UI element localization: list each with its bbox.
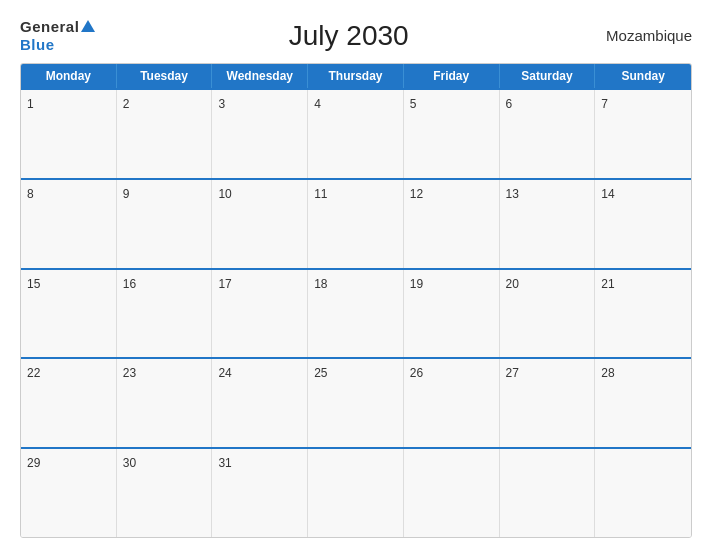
logo: General Blue (20, 18, 95, 53)
day-9: 9 (117, 180, 213, 268)
calendar-grid: Monday Tuesday Wednesday Thursday Friday… (20, 63, 692, 538)
logo-general-text: General (20, 18, 79, 35)
day-25: 25 (308, 359, 404, 447)
day-23: 23 (117, 359, 213, 447)
day-26: 26 (404, 359, 500, 447)
logo-flag-icon (81, 20, 95, 32)
week-5: 29 30 31 (21, 447, 691, 537)
week-4: 22 23 24 25 26 27 28 (21, 357, 691, 447)
header-friday: Friday (404, 64, 500, 88)
day-14: 14 (595, 180, 691, 268)
logo-line2: Blue (20, 36, 95, 54)
day-10: 10 (212, 180, 308, 268)
logo-blue-text: Blue (20, 36, 55, 53)
day-empty-4 (595, 449, 691, 537)
calendar-page: General Blue July 2030 Mozambique Monday… (0, 0, 712, 550)
day-2: 2 (117, 90, 213, 178)
day-4: 4 (308, 90, 404, 178)
day-8: 8 (21, 180, 117, 268)
day-28: 28 (595, 359, 691, 447)
header-monday: Monday (21, 64, 117, 88)
header-tuesday: Tuesday (117, 64, 213, 88)
day-21: 21 (595, 270, 691, 358)
week-1: 1 2 3 4 5 6 7 (21, 88, 691, 178)
day-24: 24 (212, 359, 308, 447)
day-29: 29 (21, 449, 117, 537)
day-15: 15 (21, 270, 117, 358)
day-5: 5 (404, 90, 500, 178)
day-20: 20 (500, 270, 596, 358)
page-header: General Blue July 2030 Mozambique (20, 18, 692, 53)
country-label: Mozambique (602, 27, 692, 44)
header-thursday: Thursday (308, 64, 404, 88)
header-wednesday: Wednesday (212, 64, 308, 88)
day-18: 18 (308, 270, 404, 358)
week-3: 15 16 17 18 19 20 21 (21, 268, 691, 358)
calendar-body: 1 2 3 4 5 6 7 8 9 10 11 12 13 14 15 16 (21, 88, 691, 537)
day-16: 16 (117, 270, 213, 358)
day-12: 12 (404, 180, 500, 268)
day-empty-2 (404, 449, 500, 537)
day-31: 31 (212, 449, 308, 537)
day-1: 1 (21, 90, 117, 178)
header-saturday: Saturday (500, 64, 596, 88)
day-empty-3 (500, 449, 596, 537)
day-13: 13 (500, 180, 596, 268)
day-3: 3 (212, 90, 308, 178)
day-6: 6 (500, 90, 596, 178)
day-27: 27 (500, 359, 596, 447)
logo-line1: General (20, 18, 95, 36)
calendar-title: July 2030 (95, 20, 602, 52)
day-30: 30 (117, 449, 213, 537)
weekday-header: Monday Tuesday Wednesday Thursday Friday… (21, 64, 691, 88)
day-11: 11 (308, 180, 404, 268)
day-17: 17 (212, 270, 308, 358)
header-sunday: Sunday (595, 64, 691, 88)
day-empty-1 (308, 449, 404, 537)
day-22: 22 (21, 359, 117, 447)
day-7: 7 (595, 90, 691, 178)
week-2: 8 9 10 11 12 13 14 (21, 178, 691, 268)
day-19: 19 (404, 270, 500, 358)
